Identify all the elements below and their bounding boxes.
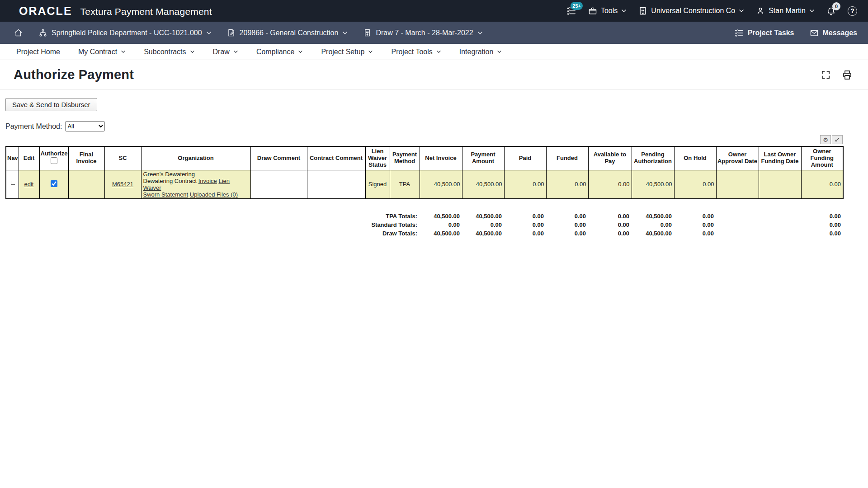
col-last-owner-funding-date: Last Owner Funding Date	[759, 146, 801, 170]
menu-draw[interactable]: Draw	[213, 48, 238, 56]
totals-value: 0.00	[546, 212, 588, 221]
header-row: Nav Edit Authorize Final Invoice SC Orga…	[6, 146, 843, 170]
col-net-invoice: Net Invoice	[420, 146, 462, 170]
menu-label: Project Tools	[391, 48, 432, 56]
invoice-link[interactable]: Invoice	[198, 178, 217, 184]
tpa-totals-row: TPA Totals: 40,500.00 40,500.00 0.00 0.0…	[5, 212, 843, 221]
nav-cell	[6, 170, 19, 199]
messages-link[interactable]: Messages	[810, 28, 858, 38]
table-settings-button[interactable]: ⚙	[820, 135, 831, 144]
oracle-logo: ORACLE	[19, 5, 72, 18]
draw-document-icon	[363, 28, 372, 37]
main-menu: Project Home My Contract Subcontracts Dr…	[0, 44, 868, 60]
chevron-down-icon	[621, 9, 627, 13]
home-icon	[14, 28, 23, 38]
col-organization: Organization	[141, 146, 250, 170]
user-menu[interactable]: Stan Martin	[756, 6, 815, 15]
menu-integration[interactable]: Integration	[459, 48, 502, 56]
save-send-disburser-button[interactable]: Save & Send to Disburser	[5, 98, 97, 111]
col-edit: Edit	[19, 146, 39, 170]
menu-compliance[interactable]: Compliance	[256, 48, 303, 56]
briefcase-icon	[588, 6, 597, 15]
sc-link[interactable]: M65421	[112, 181, 133, 188]
col-authorize: Authorize	[39, 146, 68, 170]
contract-selector[interactable]: 209866 - General Construction	[227, 28, 348, 37]
col-draw-comment: Draw Comment	[250, 146, 307, 170]
edit-link[interactable]: edit	[24, 181, 34, 188]
menu-label: Subcontracts	[144, 48, 186, 56]
menu-project-tools[interactable]: Project Tools	[391, 48, 441, 56]
brand: ORACLE Textura Payment Management	[19, 5, 212, 18]
totals-value: 0.00	[588, 221, 631, 229]
project-selector[interactable]: Springfield Police Department - UCC-1021…	[38, 28, 212, 38]
totals-value: 40,500.00	[462, 212, 504, 221]
tools-menu[interactable]: Tools	[588, 6, 627, 15]
envelope-icon	[810, 28, 819, 38]
fullscreen-icon[interactable]	[821, 70, 831, 80]
print-icon[interactable]	[842, 70, 853, 80]
help-button[interactable]: ?	[848, 6, 857, 16]
totals-value: 0.00	[674, 221, 716, 229]
col-funded: Funded	[546, 146, 588, 170]
checklist-icon	[735, 28, 744, 38]
top-bar: ORACLE Textura Payment Management 25+ To…	[0, 0, 868, 22]
lien-waiver-status-cell: Signed	[365, 170, 390, 199]
edit-cell: edit	[19, 170, 39, 199]
chevron-down-icon	[497, 50, 502, 53]
contract-comment-cell	[307, 170, 365, 199]
product-name: Textura Payment Management	[80, 6, 212, 17]
contract-name: 209866 - General Construction	[240, 29, 339, 37]
authorize-payment-table: Nav Edit Authorize Final Invoice SC Orga…	[5, 146, 844, 199]
uploaded-files-link[interactable]: Uploaded Files (0)	[190, 191, 238, 198]
global-tasks-button[interactable]: 25+	[566, 6, 576, 16]
paid-cell: 0.00	[504, 170, 546, 199]
draw-comment-cell	[250, 170, 307, 199]
contract-document-icon	[227, 28, 236, 37]
funded-cell: 0.00	[546, 170, 588, 199]
available-to-pay-cell: 0.00	[588, 170, 632, 199]
home-button[interactable]	[14, 28, 23, 38]
menu-subcontracts[interactable]: Subcontracts	[144, 48, 194, 56]
chevron-down-icon	[436, 50, 441, 53]
chevron-down-icon	[368, 50, 373, 53]
col-paid: Paid	[504, 146, 546, 170]
col-available-to-pay: Available to Pay	[588, 146, 632, 170]
menu-label: My Contract	[78, 48, 117, 56]
col-lien-waiver-status: Lien Waiver Status	[365, 146, 390, 170]
authorize-all-checkbox[interactable]	[51, 157, 57, 164]
company-menu[interactable]: Universal Construction Co	[638, 6, 744, 15]
totals-value: 0.00	[419, 221, 462, 229]
totals-value: 0.00	[801, 229, 843, 238]
payment-method-select[interactable]: All	[65, 121, 105, 131]
messages-label: Messages	[823, 29, 858, 37]
notifications-button[interactable]: 0	[826, 6, 836, 16]
company-label: Universal Construction Co	[651, 7, 735, 15]
on-hold-cell: 0.00	[674, 170, 716, 199]
sworn-statement-link[interactable]: Sworn Statement	[143, 191, 189, 198]
chevron-down-icon	[809, 9, 815, 13]
chevron-down-icon	[233, 50, 238, 53]
tree-branch-icon	[11, 181, 15, 185]
menu-project-setup[interactable]: Project Setup	[321, 48, 373, 56]
draw-selector[interactable]: Draw 7 - March - 28-Mar-2022	[363, 28, 482, 37]
menu-my-contract[interactable]: My Contract	[78, 48, 126, 56]
chevron-down-icon	[342, 31, 348, 35]
notification-count-badge: 0	[832, 2, 840, 10]
col-owner-funding-amount: Owner Funding Amount	[801, 146, 843, 170]
table-expand-button[interactable]	[832, 135, 843, 144]
totals-value: 0.00	[504, 229, 546, 238]
menu-label: Integration	[459, 48, 494, 56]
project-tasks-link[interactable]: Project Tasks	[735, 28, 794, 38]
authorize-row-checkbox[interactable]	[51, 180, 57, 187]
content-area: Save & Send to Disburser Payment Method:…	[0, 90, 868, 238]
menu-project-home[interactable]: Project Home	[16, 48, 60, 56]
col-pending-authorization: Pending Authorization	[632, 146, 674, 170]
user-icon	[756, 6, 765, 15]
contract-title: Dewatering Contract	[143, 178, 197, 184]
totals-value: 0.00	[801, 212, 843, 221]
user-label: Stan Martin	[769, 7, 806, 15]
tasks-count-badge: 25+	[571, 2, 583, 10]
payment-method-label: Payment Method:	[5, 122, 62, 131]
totals-value: 0.00	[546, 221, 588, 229]
totals-label: Draw Totals:	[5, 229, 419, 238]
